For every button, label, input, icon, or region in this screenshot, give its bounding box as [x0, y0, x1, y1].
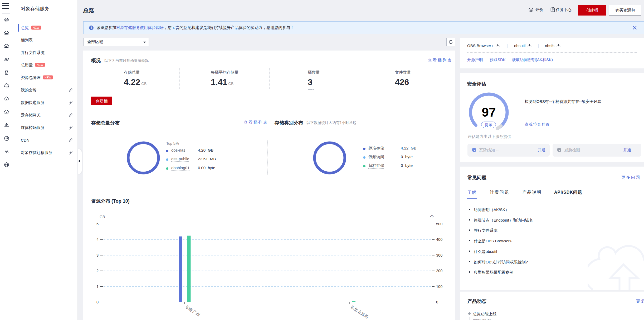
svg-text:500: 500: [436, 222, 442, 226]
svg-text:2: 2: [96, 269, 99, 273]
svg-text:华南-广州: 华南-广州: [184, 304, 201, 317]
svg-text:4: 4: [96, 237, 99, 242]
svg-text:华北-北京四: 华北-北京四: [350, 304, 369, 319]
svg-text:5: 5: [96, 222, 99, 226]
svg-text:200: 200: [436, 269, 442, 273]
svg-text:0: 0: [436, 300, 438, 304]
svg-text:0: 0: [96, 300, 99, 304]
svg-text:300: 300: [436, 253, 442, 257]
svg-text:个: 个: [430, 214, 434, 219]
svg-text:100: 100: [436, 284, 442, 289]
svg-text:1: 1: [96, 284, 99, 289]
svg-text:97: 97: [482, 105, 496, 119]
svg-text:3: 3: [96, 253, 99, 257]
svg-text:400: 400: [436, 237, 442, 242]
svg-text:GB: GB: [100, 215, 105, 219]
